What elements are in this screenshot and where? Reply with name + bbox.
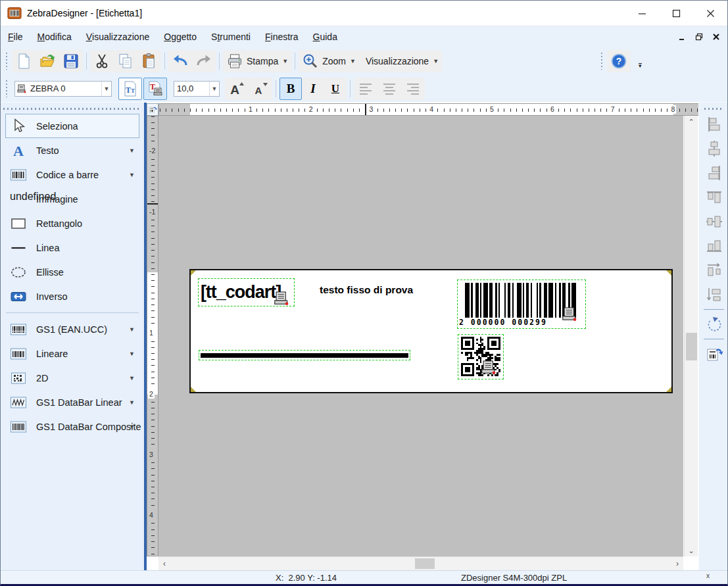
menu-file[interactable]: File — [1, 26, 30, 47]
fixed-text-object[interactable]: testo fisso di prova — [320, 284, 413, 296]
align-right-button[interactable] — [704, 162, 725, 183]
close-button[interactable] — [693, 1, 727, 26]
chevron-down-icon[interactable]: ▼ — [129, 147, 135, 154]
font-name-combobox[interactable]: ZEBRA 0 ▼ — [14, 81, 112, 97]
toolbar-grip[interactable] — [5, 53, 8, 70]
distribute-horizontal-button[interactable] — [704, 260, 725, 281]
mdi-minimize-button[interactable] — [675, 30, 689, 43]
toolbox-item-image[interactable]: undefinedImmagine — [5, 187, 139, 211]
minimize-button[interactable] — [625, 1, 659, 26]
menu-strumenti[interactable]: Strumenti — [204, 26, 258, 47]
menu-oggetto[interactable]: Oggetto — [157, 26, 204, 47]
scroll-left-icon[interactable]: ‹ — [158, 557, 170, 570]
v-ruler-tick-label: 4 — [148, 510, 155, 520]
chevron-down-icon[interactable]: ▼ — [282, 58, 288, 64]
align-left-button[interactable] — [704, 114, 725, 135]
line-object[interactable] — [199, 350, 410, 360]
copy-button[interactable] — [114, 50, 137, 72]
undo-button[interactable] — [168, 50, 192, 72]
horizontal-scrollbar[interactable]: ‹ › — [158, 556, 683, 570]
qr-code-object[interactable] — [458, 334, 504, 379]
scroll-right-icon[interactable]: › — [671, 557, 683, 570]
toolbox-item-inverse[interactable]: Inverso — [5, 284, 139, 308]
view-button[interactable]: Visualizzazione▼ — [359, 50, 442, 72]
font-name-value: ZEBRA 0 — [28, 84, 101, 93]
chevron-down-icon[interactable]: ▼ — [350, 58, 356, 64]
variable-text-object[interactable]: [tt_codart] — [198, 278, 295, 306]
chevron-down-icon[interactable]: ▼ — [129, 424, 135, 430]
toolbox-item-label: GS1 DataBar Linear — [36, 397, 122, 408]
chevron-down-icon[interactable]: ▼ — [129, 172, 135, 178]
decrease-font-button[interactable]: A — [249, 78, 272, 100]
maximize-button[interactable] — [659, 1, 693, 26]
redo-icon — [195, 53, 212, 70]
chevron-down-icon[interactable]: ▼ — [433, 58, 439, 64]
toolbox-item-linear[interactable]: Lineare▼ — [5, 341, 139, 366]
toolbox-item-ellipse[interactable]: Ellisse — [5, 260, 139, 284]
align-text-right-button[interactable] — [401, 78, 425, 100]
chevron-down-icon[interactable]: ▼ — [209, 82, 219, 96]
toolbar-grip[interactable] — [704, 108, 723, 110]
vertical-scrollbar[interactable]: ⌃ ⌄ — [684, 116, 698, 556]
open-button[interactable] — [36, 50, 59, 72]
barcode-object[interactable]: 2 000000 000299 — [457, 280, 586, 329]
mdi-restore-button[interactable] — [692, 30, 706, 43]
label-sheet[interactable]: [tt_codart] testo fisso di prova 2 00000… — [189, 269, 673, 393]
cut-button[interactable] — [90, 50, 114, 72]
toolbox-item-text[interactable]: ATesto▼ — [5, 138, 139, 162]
underline-button[interactable]: U — [324, 78, 347, 100]
print-button[interactable]: Stampa▼ — [223, 50, 291, 72]
increase-font-button[interactable]: A — [225, 78, 249, 100]
rotate-button[interactable] — [704, 314, 725, 335]
horizontal-scroll-thumb[interactable] — [415, 558, 435, 569]
toolbox-item-barcode[interactable]: Codice a barre▼ — [5, 162, 139, 187]
align-top-button[interactable] — [704, 187, 725, 208]
toolbox-item-select[interactable]: Seleziona — [5, 114, 139, 138]
italic-button[interactable]: I — [302, 78, 324, 100]
help-button[interactable]: ? — [607, 50, 631, 72]
font-size-combobox[interactable]: 10,0 ▼ — [174, 81, 220, 97]
menu-visualizzazione[interactable]: Visualizzazione — [79, 26, 157, 47]
toolbox-item-line[interactable]: Linea — [5, 235, 139, 260]
scroll-up-icon[interactable]: ⌃ — [685, 116, 698, 128]
chevron-down-icon[interactable]: ▼ — [129, 351, 135, 357]
toolbox-grip[interactable] — [3, 108, 141, 110]
align-text-center-button[interactable] — [377, 78, 401, 100]
svg-text:?: ? — [616, 56, 621, 66]
scroll-down-icon[interactable]: ⌄ — [685, 545, 698, 556]
new-document-button[interactable] — [12, 50, 36, 72]
menu-guida[interactable]: Guida — [306, 26, 345, 47]
toolbox-item-label: GS1 (EAN.UCC) — [36, 324, 107, 335]
paste-button[interactable] — [137, 50, 161, 72]
mdi-close-button[interactable] — [709, 30, 723, 43]
align-center-vertical-button[interactable] — [704, 138, 725, 159]
align-middle-horizontal-button[interactable] — [704, 211, 725, 232]
vertical-scroll-thumb[interactable] — [686, 333, 697, 360]
printer-fonts-toggle[interactable]: T — [143, 78, 167, 100]
redo-button[interactable] — [192, 50, 216, 72]
menu-modifica[interactable]: Modifica — [30, 26, 79, 47]
toolbox-item-databar-linear[interactable]: GS1 DataBar Linear▼ — [5, 390, 139, 414]
chevron-down-icon[interactable]: ▼ — [129, 375, 135, 381]
menu-finestra[interactable]: Finestra — [258, 26, 306, 47]
chevron-down-icon[interactable]: ▼ — [129, 399, 135, 406]
toolbox-item-2d[interactable]: 2D▼ — [5, 366, 139, 390]
design-canvas[interactable]: [tt_codart] testo fisso di prova 2 00000… — [158, 116, 683, 556]
toolbar-grip[interactable] — [5, 80, 8, 97]
toolbox-item-gs1[interactable]: GS1 (EAN.UCC)▼ — [5, 317, 139, 341]
chevron-down-icon[interactable]: ▼ — [129, 326, 135, 333]
bold-button[interactable]: B — [279, 78, 302, 100]
distribute-vertical-button[interactable] — [704, 284, 725, 305]
ruler-corner-icon[interactable] — [147, 103, 158, 116]
toolbox-item-databar-composite[interactable]: GS1 DataBar Composite▼ — [5, 414, 139, 439]
zoom-button[interactable]: Zoom▼ — [299, 50, 359, 72]
chevron-down-icon[interactable]: ▼ — [101, 82, 111, 96]
toolbox-item-rectangle[interactable]: Rettangolo — [5, 211, 139, 235]
barcode-wizard-button[interactable] — [704, 343, 725, 364]
toolbar-grip[interactable] — [600, 53, 603, 70]
truetype-fonts-toggle[interactable]: TT — [118, 78, 142, 100]
align-text-left-button[interactable] — [354, 78, 377, 100]
align-bottom-button[interactable] — [704, 235, 725, 256]
save-button[interactable] — [59, 50, 83, 72]
toolbar-overflow-icon[interactable]: ▾ — [639, 63, 642, 68]
